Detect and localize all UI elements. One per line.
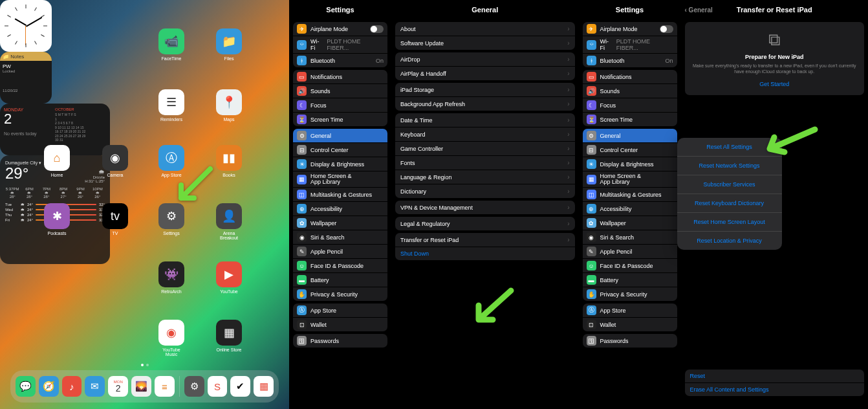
app-tv[interactable]: tvTV: [100, 203, 130, 236]
app-camera[interactable]: ◉Camera: [100, 145, 130, 177]
row-home-screen[interactable]: ▦Home Screen & App Library: [293, 171, 387, 187]
dock-app[interactable]: 💬: [16, 376, 36, 397]
airplane-switch[interactable]: [370, 25, 384, 33]
row-shut-down[interactable]: Shut Down: [395, 247, 575, 260]
row-legal[interactable]: Legal & Regulatory›: [395, 217, 575, 230]
dock-app[interactable]: MON2: [108, 376, 128, 397]
notes-widget[interactable]: 📁 Notes PWLocked11/20/22: [0, 52, 52, 104]
page-dots[interactable]: [141, 364, 149, 366]
reset-option-reset-home-screen-layout[interactable]: Reset Home Screen Layout: [677, 213, 782, 232]
app-youtube[interactable]: ▶YouTube: [214, 261, 244, 294]
app-reminders[interactable]: ☰Reminders: [157, 89, 186, 122]
row-siri[interactable]: ◉Siri & Search: [583, 230, 677, 244]
row-display[interactable]: ☀Display & Brightness: [583, 157, 677, 171]
back-button[interactable]: ‹ General: [685, 0, 713, 19]
row-wallpaper[interactable]: ✿Wallpaper: [583, 216, 677, 230]
app-maps[interactable]: 📍Maps: [214, 89, 244, 122]
app-arena-breakout[interactable]: 👤Arena Breakout: [214, 203, 244, 240]
row-wifi[interactable]: ⌔Wi-Fi PLDT HOME FIBER...: [293, 36, 387, 53]
row-about[interactable]: About›: [395, 22, 575, 36]
row-display[interactable]: ☀Display & Brightness: [293, 157, 387, 171]
row-bg-refresh[interactable]: Background App Refresh›: [395, 96, 575, 111]
app-files[interactable]: 📁Files: [214, 28, 244, 61]
row-apple-pencil[interactable]: ✎Apple Pencil: [293, 244, 387, 258]
row-accessibility[interactable]: ⊕Accessibility: [293, 201, 387, 216]
row-transfer-reset[interactable]: Transfer or Reset iPad›: [395, 233, 575, 247]
row-faceid[interactable]: ☺Face ID & Passcode: [583, 258, 677, 272]
row-battery[interactable]: ▬Battery: [583, 272, 677, 287]
row-sounds[interactable]: 🔊Sounds: [583, 83, 677, 98]
row-control-center[interactable]: ⊟Control Center: [293, 142, 387, 157]
row-keyboard[interactable]: Keyboard›: [395, 127, 575, 141]
dock-app[interactable]: 🧭: [39, 376, 59, 397]
clock-widget[interactable]: [0, 0, 52, 52]
row-app-store[interactable]: ⒶApp Store: [293, 304, 387, 317]
app-youtube-music[interactable]: ◉YouTube Music: [157, 320, 186, 357]
row-software-update[interactable]: Software Update›: [395, 36, 575, 50]
app-books[interactable]: ▮▮Books: [214, 145, 244, 177]
dock-app[interactable]: ▦: [254, 376, 274, 397]
row-wallet[interactable]: ⊡Wallet: [583, 317, 677, 331]
row-screen-time[interactable]: ⏳Screen Time: [293, 112, 387, 126]
row-focus[interactable]: ☾Focus: [293, 98, 387, 112]
row-wallet[interactable]: ⊡Wallet: [293, 317, 387, 331]
row-app-store[interactable]: ⒶApp Store: [583, 304, 677, 317]
reset-option-reset-network-settings[interactable]: Reset Network Settings: [677, 157, 782, 175]
row-notifications[interactable]: ▭Notifications: [583, 70, 677, 83]
app-facetime[interactable]: 📹FaceTime: [157, 28, 186, 61]
row-passwords[interactable]: ⚿Passwords: [293, 334, 387, 348]
reset-option-subscriber-services[interactable]: Subscriber Services: [677, 175, 782, 194]
app-app-store[interactable]: ⒶApp Store: [157, 145, 186, 177]
app-podcasts[interactable]: ✱Podcasts: [42, 203, 72, 236]
row-erase-all[interactable]: Erase All Content and Settings: [685, 382, 865, 396]
row-airdrop[interactable]: AirDrop›: [395, 52, 575, 66]
row-bluetooth[interactable]: ᚼBluetoothOn: [583, 53, 677, 67]
row-reset[interactable]: Reset: [685, 370, 865, 382]
app-retroarch[interactable]: 👾RetroArch: [157, 261, 186, 294]
row-language-region[interactable]: Language & Region›: [395, 170, 575, 184]
get-started-button[interactable]: Get Started: [690, 81, 860, 87]
row-accessibility[interactable]: ⊕Accessibility: [583, 201, 677, 216]
row-game-controller[interactable]: Game Controller›: [395, 141, 575, 155]
dock-app[interactable]: 🌄: [131, 376, 151, 397]
app-online-store[interactable]: ▦Online Store: [214, 320, 244, 352]
row-control-center[interactable]: ⊟Control Center: [583, 142, 677, 157]
row-dictionary[interactable]: Dictionary›: [395, 184, 575, 198]
row-general[interactable]: ⚙General: [293, 129, 387, 142]
row-privacy[interactable]: ✋Privacy & Security: [583, 287, 677, 301]
row-notifications[interactable]: ▭Notifications: [293, 70, 387, 83]
row-passwords[interactable]: ⚿Passwords: [583, 334, 677, 348]
dock-app[interactable]: S: [208, 376, 228, 397]
dock-app[interactable]: ≡: [155, 376, 175, 397]
row-airplane-mode[interactable]: ✈Airplane Mode: [583, 22, 677, 36]
row-multitasking[interactable]: ◫Multitasking & Gestures: [583, 187, 677, 201]
row-sounds[interactable]: 🔊Sounds: [293, 83, 387, 98]
dock-app[interactable]: ⚙: [184, 376, 204, 397]
row-focus[interactable]: ☾Focus: [583, 98, 677, 112]
reset-option-reset-all-settings[interactable]: Reset All Settings: [677, 138, 782, 157]
row-storage[interactable]: iPad Storage›: [395, 83, 575, 96]
app-settings[interactable]: ⚙Settings: [157, 203, 186, 236]
row-general[interactable]: ⚙General: [583, 129, 677, 142]
row-screen-time[interactable]: ⏳Screen Time: [583, 112, 677, 126]
row-privacy[interactable]: ✋Privacy & Security: [293, 287, 387, 301]
reset-option-reset-location-&-privacy[interactable]: Reset Location & Privacy: [677, 232, 782, 250]
row-vpn[interactable]: VPN & Device Management›: [395, 201, 575, 214]
dock-app[interactable]: ♪: [62, 376, 82, 397]
row-battery[interactable]: ▬Battery: [293, 272, 387, 287]
dock-app[interactable]: ✉: [85, 376, 105, 397]
row-siri[interactable]: ◉Siri & Search: [293, 230, 387, 244]
row-wifi[interactable]: ⌔Wi-Fi PLDT HOME FIBER...: [583, 36, 677, 53]
reset-option-reset-keyboard-dictionary[interactable]: Reset Keyboard Dictionary: [677, 194, 782, 213]
row-airplay[interactable]: AirPlay & Handoff›: [395, 66, 575, 80]
row-home-screen[interactable]: ▦Home Screen & App Library: [583, 171, 677, 187]
row-airplane-mode[interactable]: ✈Airplane Mode: [293, 22, 387, 36]
row-date-time[interactable]: Date & Time›: [395, 113, 575, 127]
row-multitasking[interactable]: ◫Multitasking & Gestures: [293, 187, 387, 201]
row-wallpaper[interactable]: ✿Wallpaper: [293, 216, 387, 230]
dock-app[interactable]: ✔: [230, 376, 250, 397]
app-home[interactable]: ⌂Home: [42, 145, 72, 177]
row-bluetooth[interactable]: ᚼBluetoothOn: [293, 53, 387, 67]
row-fonts[interactable]: Fonts›: [395, 155, 575, 170]
row-faceid[interactable]: ☺Face ID & Passcode: [293, 258, 387, 272]
